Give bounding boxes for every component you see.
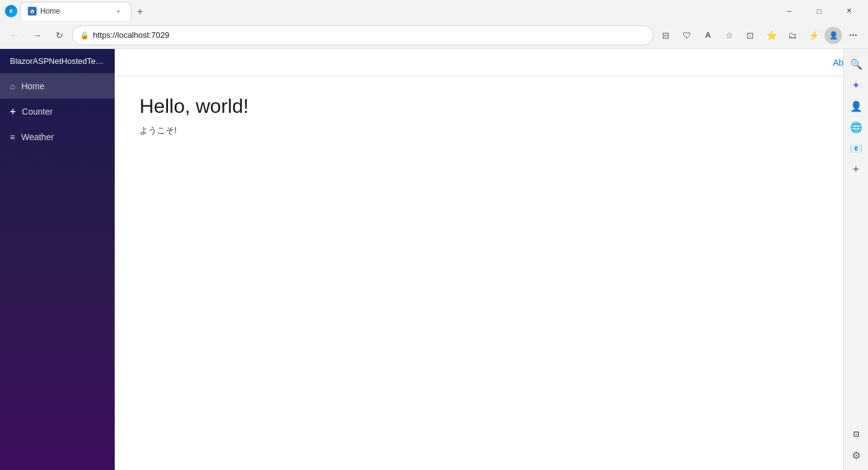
split-screen-button[interactable]: ⊟	[656, 25, 676, 45]
sidebar-settings-button[interactable]: ⚙	[846, 445, 866, 465]
address-bar[interactable]	[93, 30, 645, 40]
sidebar-item-home[interactable]: ⌂ Home	[0, 74, 115, 99]
sidebar-bottom-controls: ⊡ ⚙	[846, 424, 866, 465]
browser-content: BlazorASPNetHostedTest.Cl ⌂ Home + Count…	[0, 49, 868, 470]
title-bar: e 🏠 Home × + ─ □ ✕	[0, 0, 868, 22]
address-bar-container: 🔒	[72, 25, 653, 45]
sidebar-add-button[interactable]: +	[846, 159, 866, 179]
right-sidebar: 🔍 ✦ 👤 🌐 📧 + ⊡ ⚙	[843, 49, 868, 470]
reader-view-button[interactable]: A	[698, 25, 718, 45]
sidebar-toggle-button[interactable]: ⊡	[740, 25, 760, 45]
refresh-button[interactable]: ↻	[50, 25, 69, 45]
back-button[interactable]: ←	[5, 25, 25, 45]
browser-essentials-button[interactable]: 🛡	[677, 25, 697, 45]
favorites-button[interactable]: ☆	[719, 25, 739, 45]
active-tab[interactable]: 🏠 Home ×	[20, 2, 131, 20]
sidebar-search-button[interactable]: 🔍	[846, 54, 866, 74]
tab-favicon-icon: 🏠	[28, 7, 37, 16]
sidebar-person-button[interactable]: 👤	[846, 96, 866, 116]
title-bar-left: e	[5, 5, 17, 17]
app-header: About	[115, 49, 868, 76]
sidebar-item-counter-label: Counter	[22, 107, 53, 117]
nav-bar: ← → ↻ 🔒 ⊟ 🛡 A ☆ ⊡ ⭐ 🗂 ⚡ 👤 ···	[0, 22, 868, 49]
title-bar-controls: ─ □ ✕	[775, 0, 863, 22]
tab-title: Home	[40, 7, 110, 16]
edge-logo-icon: e	[5, 5, 17, 17]
close-button[interactable]: ✕	[835, 0, 863, 22]
nav-icons-right: ⊟ 🛡 A ☆ ⊡ ⭐ 🗂 ⚡ 👤 ···	[656, 25, 863, 45]
lock-icon: 🔒	[80, 31, 89, 40]
sidebar-copilot-button[interactable]: ✦	[846, 75, 866, 95]
maximize-button[interactable]: □	[805, 0, 833, 22]
app-nav: BlazorASPNetHostedTest.Cl ⌂ Home + Count…	[0, 49, 115, 470]
main-heading: Hello, world!	[140, 95, 843, 118]
app-layout: BlazorASPNetHostedTest.Cl ⌂ Home + Count…	[0, 49, 868, 470]
minimize-button[interactable]: ─	[775, 0, 804, 22]
new-tab-button[interactable]: +	[131, 3, 149, 20]
collections-button[interactable]: 🗂	[782, 25, 802, 45]
app-main: About Hello, world! ようこそ!	[115, 49, 868, 470]
add-favorites-button[interactable]: ⭐	[761, 25, 781, 45]
weather-icon: ≡	[10, 132, 15, 142]
profile-button[interactable]: 👤	[825, 27, 842, 44]
home-icon: ⌂	[10, 81, 15, 91]
sidebar-item-counter[interactable]: + Counter	[0, 99, 115, 125]
sidebar-item-weather[interactable]: ≡ Weather	[0, 125, 115, 149]
counter-icon: +	[10, 106, 16, 117]
browser-window: e 🏠 Home × + ─ □ ✕ ← → ↻ 🔒 ⊟ 🛡 A ☆	[0, 0, 868, 470]
sidebar-outlook-button[interactable]: 📧	[846, 138, 866, 158]
main-subheading: ようこそ!	[140, 125, 843, 136]
main-content: Hello, world! ようこそ!	[115, 76, 868, 470]
sidebar-item-home-label: Home	[21, 81, 44, 91]
app-nav-header: BlazorASPNetHostedTest.Cl	[0, 49, 115, 74]
sidebar-globe-button[interactable]: 🌐	[846, 117, 866, 137]
tab-close-button[interactable]: ×	[113, 6, 123, 16]
sidebar-item-weather-label: Weather	[21, 132, 54, 142]
forward-button[interactable]: →	[27, 25, 47, 45]
tab-bar: 🏠 Home × +	[17, 2, 775, 20]
extensions-button[interactable]: ⚡	[804, 25, 823, 45]
more-button[interactable]: ···	[843, 25, 863, 45]
sidebar-resize-button[interactable]: ⊡	[846, 424, 866, 444]
